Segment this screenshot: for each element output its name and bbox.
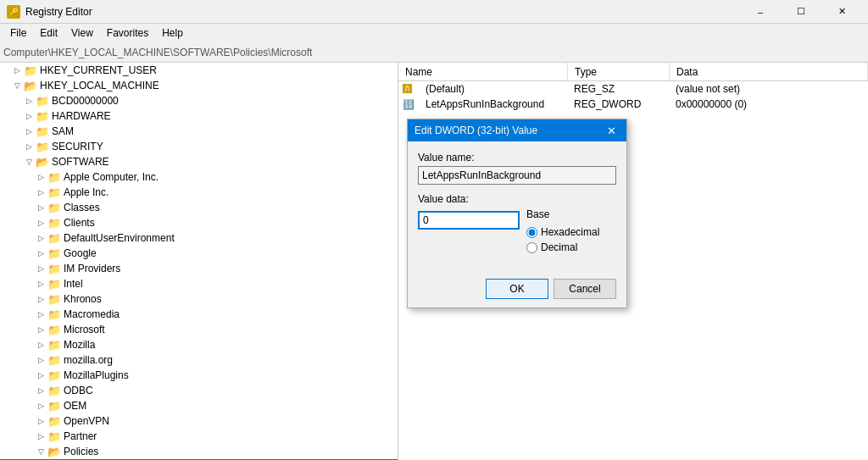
expand-apple-inc[interactable]: ▷ — [36, 187, 46, 197]
folder-icon-khronos: 📁 — [47, 293, 61, 305]
expand-intel[interactable]: ▷ — [36, 279, 46, 289]
registry-header: Name Type Data — [398, 63, 868, 81]
value-data-input[interactable] — [418, 211, 520, 230]
tree-item-macromedia[interactable]: ▷ 📁 Macromedia — [0, 307, 398, 322]
tree-item-partner[interactable]: ▷ 📁 Partner — [0, 429, 398, 444]
folder-icon-intel: 📁 — [47, 278, 61, 290]
hex-label: Hexadecimal — [541, 226, 599, 238]
dialog-body: Value name: Value data: Base Hexadecimal… — [408, 141, 626, 275]
tree-item-google[interactable]: ▷ 📁 Google — [0, 246, 398, 261]
expand-clients[interactable]: ▷ — [36, 218, 46, 228]
value-base-row: Value data: Base Hexadecimal Decimal — [418, 193, 616, 253]
expand-software[interactable]: ▽ — [24, 157, 34, 167]
expand-mozilla-org[interactable]: ▷ — [36, 355, 46, 365]
dec-radio-row: Decimal — [526, 241, 599, 253]
tree-item-microsoft-sw[interactable]: ▷ 📁 Microsoft — [0, 322, 398, 337]
col-header-data[interactable]: Data — [670, 63, 868, 80]
app-title: Registry Editor — [25, 6, 92, 18]
col-header-name[interactable]: Name — [398, 63, 568, 80]
expand-openvpn[interactable]: ▷ — [36, 416, 46, 426]
tree-label-apple-computer: Apple Computer, Inc. — [64, 171, 159, 183]
expand-sam[interactable]: ▷ — [24, 126, 34, 136]
dialog-close-button[interactable]: ✕ — [603, 122, 620, 139]
menu-view[interactable]: View — [64, 25, 100, 42]
expand-mozillaplugins[interactable]: ▷ — [36, 370, 46, 380]
edit-dword-dialog: Edit DWORD (32-bit) Value ✕ Value name: … — [407, 119, 627, 308]
tree-item-software[interactable]: ▽ 📂 SOFTWARE — [0, 154, 398, 169]
expand-mozilla[interactable]: ▷ — [36, 340, 46, 350]
dec-radio[interactable] — [526, 242, 537, 253]
expand-microsoft-sw[interactable]: ▷ — [36, 324, 46, 335]
dialog-footer: OK Cancel — [408, 275, 626, 308]
expand-hardware[interactable]: ▷ — [24, 111, 34, 121]
tree-label-microsoft-sw: Microsoft — [64, 324, 105, 335]
tree-item-odbc[interactable]: ▷ 📁 ODBC — [0, 383, 398, 398]
tree-label-defaultuserenv: DefaultUserEnvironment — [64, 232, 175, 244]
expand-classes[interactable]: ▷ — [36, 202, 46, 213]
menu-favorites[interactable]: Favorites — [100, 25, 155, 42]
value-name-input[interactable] — [418, 166, 616, 185]
col-name-label: Name — [405, 66, 432, 78]
tree-item-mozilla-org[interactable]: ▷ 📁 mozilla.org — [0, 352, 398, 368]
expand-security[interactable]: ▷ — [24, 141, 34, 152]
expand-apple-computer[interactable]: ▷ — [36, 172, 46, 182]
registry-row-letapps[interactable]: 🔢 LetAppsRunInBackground REG_DWORD 0x000… — [398, 97, 868, 112]
tree-label-security: SECURITY — [52, 141, 103, 152]
tree-item-sam[interactable]: ▷ 📁 SAM — [0, 124, 398, 139]
expand-odbc[interactable]: ▷ — [36, 385, 46, 396]
tree-label-hklm: HKEY_LOCAL_MACHINE — [40, 80, 159, 91]
tree-item-classes[interactable]: ▷ 📁 Classes — [0, 200, 398, 215]
title-bar: 🔑 Registry Editor – ☐ ✕ — [0, 0, 868, 24]
expand-macromedia[interactable]: ▷ — [36, 309, 46, 319]
tree-item-security[interactable]: ▷ 📁 SECURITY — [0, 139, 398, 154]
expand-oem[interactable]: ▷ — [36, 401, 46, 411]
tree-label-sam: SAM — [52, 125, 74, 137]
menu-help[interactable]: Help — [155, 25, 190, 42]
expand-defaultuserenv[interactable]: ▷ — [36, 233, 46, 243]
tree-item-mozillaplugins[interactable]: ▷ 📁 MozillaPlugins — [0, 368, 398, 383]
tree-item-defaultuserenv[interactable]: ▷ 📁 DefaultUserEnvironment — [0, 230, 398, 246]
tree-item-bcd[interactable]: ▷ 📁 BCD00000000 — [0, 93, 398, 108]
tree-item-intel[interactable]: ▷ 📁 Intel — [0, 276, 398, 291]
col-header-type[interactable]: Type — [568, 63, 670, 80]
tree-item-clients[interactable]: ▷ 📁 Clients — [0, 215, 398, 230]
expand-hkcu[interactable]: ▷ — [12, 65, 22, 75]
tree-label-mozilla: Mozilla — [64, 339, 95, 351]
tree-item-apple-computer[interactable]: ▷ 📁 Apple Computer, Inc. — [0, 169, 398, 185]
expand-bcd[interactable]: ▷ — [24, 96, 34, 106]
tree-item-oem[interactable]: ▷ 📁 OEM — [0, 398, 398, 413]
expand-hklm[interactable]: ▽ — [12, 80, 22, 91]
expand-policies[interactable]: ▽ — [36, 446, 46, 457]
tree-item-policies[interactable]: ▽ 📂 Policies — [0, 444, 398, 459]
expand-khronos[interactable]: ▷ — [36, 294, 46, 304]
folder-icon-defaultuserenv: 📁 — [47, 232, 61, 244]
folder-icon-mozilla: 📁 — [47, 339, 61, 351]
close-button[interactable]: ✕ — [822, 3, 861, 20]
ok-button[interactable]: OK — [486, 279, 548, 299]
reg-data-letapps: 0x00000000 (0) — [669, 98, 754, 110]
folder-icon-mozillaplugins: 📁 — [47, 369, 61, 381]
minimize-button[interactable]: – — [741, 3, 780, 20]
tree-item-hklm[interactable]: ▽ 📂 HKEY_LOCAL_MACHINE — [0, 78, 398, 93]
hex-radio[interactable] — [526, 227, 537, 238]
tree-item-hardware[interactable]: ▷ 📁 HARDWARE — [0, 108, 398, 124]
tree-item-apple-inc[interactable]: ▷ 📁 Apple Inc. — [0, 185, 398, 200]
tree-item-khronos[interactable]: ▷ 📁 Khronos — [0, 291, 398, 307]
folder-icon-apple-computer: 📁 — [47, 171, 61, 183]
tree-item-mozilla[interactable]: ▷ 📁 Mozilla — [0, 337, 398, 352]
menu-file[interactable]: File — [3, 25, 33, 42]
reg-name-letapps: LetAppsRunInBackground — [419, 98, 567, 110]
menu-edit[interactable]: Edit — [33, 25, 64, 42]
expand-google[interactable]: ▷ — [36, 248, 46, 258]
maximize-button[interactable]: ☐ — [782, 3, 821, 20]
reg-data-default: (value not set) — [669, 83, 747, 95]
registry-row-default[interactable]: 🅰 (Default) REG_SZ (value not set) — [398, 81, 868, 97]
reg-name-default: (Default) — [419, 83, 567, 95]
tree-item-hkcu[interactable]: ▷ 📁 HKEY_CURRENT_USER — [0, 63, 398, 78]
cancel-button[interactable]: Cancel — [554, 279, 616, 299]
tree-item-im-providers[interactable]: ▷ 📁 IM Providers — [0, 261, 398, 276]
expand-partner[interactable]: ▷ — [36, 431, 46, 441]
expand-im-providers[interactable]: ▷ — [36, 263, 46, 274]
tree-item-openvpn[interactable]: ▷ 📁 OpenVPN — [0, 413, 398, 429]
tree-panel[interactable]: ▷ 📁 HKEY_CURRENT_USER ▽ 📂 HKEY_LOCAL_MAC… — [0, 63, 398, 460]
